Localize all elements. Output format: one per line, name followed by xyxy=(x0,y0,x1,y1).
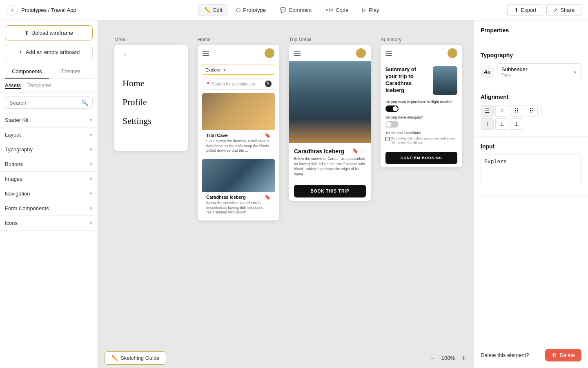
pencil-icon: ✏️ xyxy=(111,355,118,361)
sidebar-actions: ⬆ Upload wireframe ＋ Add an empty artboa… xyxy=(0,20,98,65)
align-bottom-button[interactable]: ⊥ xyxy=(510,118,523,130)
add-icon: ＋ xyxy=(18,48,23,56)
chevron-down-icon: ∨ xyxy=(89,220,93,226)
destination-search[interactable]: 📍 Search for a destination 🔍 xyxy=(202,78,275,90)
templates-tab[interactable]: Templates xyxy=(27,82,51,89)
prototype-button[interactable]: ⬡ Prototype xyxy=(230,4,272,16)
hamburger-icon[interactable] xyxy=(385,51,392,56)
components-tab[interactable]: Components xyxy=(5,65,49,79)
align-center-button[interactable]: ≡ xyxy=(495,105,508,117)
zoom-level: 100% xyxy=(441,355,455,361)
menu-content: Home Profile Settings xyxy=(114,62,188,151)
play-button[interactable]: ▷ Play xyxy=(356,4,385,16)
typography-section: Typography Aa Subheader Type ∨ xyxy=(474,45,588,87)
input-section: Input Explore xyxy=(474,137,588,196)
chevron-down-icon: ∨ xyxy=(573,69,577,75)
phone-topbar xyxy=(198,45,279,61)
book-trip-button[interactable]: BOOK THIS TRIP xyxy=(294,185,366,197)
asset-tabs: Assets Templates xyxy=(0,79,98,92)
comment-icon: 💬 xyxy=(280,7,286,13)
comment-button[interactable]: 💬 Comment xyxy=(274,4,318,16)
add-artboard-button[interactable]: ＋ Add an empty artboard xyxy=(5,44,93,60)
upload-wireframe-button[interactable]: ⬆ Upload wireframe xyxy=(5,25,93,40)
search-input[interactable] xyxy=(9,100,79,106)
subheader-select[interactable]: Subheader Type ∨ xyxy=(497,63,581,80)
sidebar-item-icons[interactable]: Icons ∨ xyxy=(0,216,98,231)
card2[interactable]: Caradhras Iceberg 🔖 Below the snowline, … xyxy=(202,159,275,218)
trip-frame-container: Trip Detail Caradhras Iceberg xyxy=(289,37,371,201)
sketching-guide-button[interactable]: ✏️ Sketching Guide xyxy=(105,351,166,365)
sidebar-item-typography[interactable]: Typography ∨ xyxy=(0,142,98,157)
down-arrow-icon: ↓ xyxy=(119,47,131,60)
menu-item-profile[interactable]: Profile xyxy=(122,97,180,108)
chevron-down-icon: ∨ xyxy=(89,176,93,182)
divider xyxy=(541,106,541,116)
assets-tab[interactable]: Assets xyxy=(5,82,21,89)
back-button[interactable]: ‹ xyxy=(7,4,18,16)
more-icon[interactable]: ⋯ xyxy=(361,148,366,154)
export-button[interactable]: ⬆ Export xyxy=(507,4,543,16)
position-alignment-row: ⊤ ⊥ ⊥ xyxy=(481,118,523,130)
input-textarea[interactable]: Explore xyxy=(481,155,581,187)
topbar-right: ⬆ Export ↗ Share xyxy=(507,4,581,16)
terms-checkbox[interactable]: By clicking this button you are acceptin… xyxy=(385,137,457,145)
bookmark-icon[interactable]: 🔖 xyxy=(352,148,359,154)
code-icon: </> xyxy=(325,7,333,13)
bookmark-icon[interactable]: 🔖 xyxy=(265,132,271,138)
menu-frame: ↓ Home Profile Settings xyxy=(114,45,188,151)
align-left-button[interactable]: ☰ xyxy=(481,105,494,117)
sidebar-item-form-components[interactable]: Form Components ∨ xyxy=(0,201,98,216)
search-icon: 🔍 xyxy=(81,99,88,106)
summary-frame: Summary of your trip to Caradhras Iceber… xyxy=(381,45,462,167)
menu-item-settings[interactable]: Settings xyxy=(122,116,180,126)
allergies-toggle[interactable] xyxy=(385,121,399,128)
meals-toggle[interactable] xyxy=(385,105,399,112)
themes-tab[interactable]: Themes xyxy=(49,65,93,79)
trip-topbar xyxy=(289,45,371,61)
trip-frame-label: Trip Detail xyxy=(289,37,371,43)
chevron-down-icon: ∨ xyxy=(89,162,93,167)
hamburger-icon[interactable] xyxy=(203,51,209,56)
code-button[interactable]: </> Code xyxy=(319,4,354,16)
align-justify-button[interactable]: ⠿ xyxy=(525,105,538,117)
sidebar-item-images[interactable]: Images ∨ xyxy=(0,172,98,186)
zoom-controls: － 100% ＋ xyxy=(429,353,467,363)
avatar xyxy=(356,48,366,58)
zoom-in-button[interactable]: ＋ xyxy=(460,353,467,363)
avatar xyxy=(448,48,457,58)
delete-button[interactable]: 🗑 Delete xyxy=(545,349,581,361)
upload-icon: ⬆ xyxy=(24,30,29,36)
align-right-button[interactable]: ⠿ xyxy=(510,105,523,117)
search-icon-small: 🔍 xyxy=(265,81,272,87)
confirm-booking-button[interactable]: CONFIRM BOOKING xyxy=(385,152,457,164)
summary-topbar xyxy=(381,45,462,61)
explore-tab[interactable]: Explore ∨ xyxy=(202,65,275,75)
card1[interactable]: Troll Cave 🔖 Even during the daytime, a … xyxy=(202,93,275,156)
sidebar-item-buttons[interactable]: Buttons ∨ xyxy=(0,157,98,172)
hamburger-icon[interactable] xyxy=(294,51,301,56)
bookmark-icon-2[interactable]: 🔖 xyxy=(265,194,271,200)
topbar: ‹ Prototypes / Travel App ✏️ Edit ⬡ Prot… xyxy=(0,0,588,20)
sidebar-item-layout[interactable]: Layout ∨ xyxy=(0,128,98,142)
menu-frame-container: Menu ↓ Home Profile Settings xyxy=(114,37,188,151)
export-icon: ⬆ xyxy=(514,7,519,13)
zoom-out-button[interactable]: － xyxy=(429,353,437,363)
right-panel: Properties Typography Aa Subheader Type … xyxy=(474,20,588,368)
edit-button[interactable]: ✏️ Edit xyxy=(198,4,228,16)
summary-frame-label: Summary xyxy=(381,37,462,43)
home-frame-label: Home xyxy=(198,37,279,43)
align-top-button[interactable]: ⊤ xyxy=(481,118,494,130)
breadcrumb: Prototypes / Travel App xyxy=(21,7,76,13)
terms-section: Terms and Conditions By clicking this bu… xyxy=(381,131,462,148)
search-box: 🔍 xyxy=(5,96,93,109)
align-middle-button[interactable]: ⊥ xyxy=(495,118,508,130)
prototype-icon: ⬡ xyxy=(236,7,241,13)
menu-item-home[interactable]: Home xyxy=(122,78,180,89)
sidebar-item-starter-kit[interactable]: Starter Kit ∨ xyxy=(0,113,98,128)
sidebar-item-navigation[interactable]: Navigation ∨ xyxy=(0,186,98,201)
chevron-down-icon: ∨ xyxy=(89,206,93,211)
trip-info: Caradhras Iceberg 🔖 ⋯ Below the snowline… xyxy=(289,143,371,182)
share-button[interactable]: ↗ Share xyxy=(546,4,581,16)
canvas-area: Menu ↓ Home Profile Settings Home xyxy=(98,20,474,368)
trip-frame: Caradhras Iceberg 🔖 ⋯ Below the snowline… xyxy=(289,45,371,201)
